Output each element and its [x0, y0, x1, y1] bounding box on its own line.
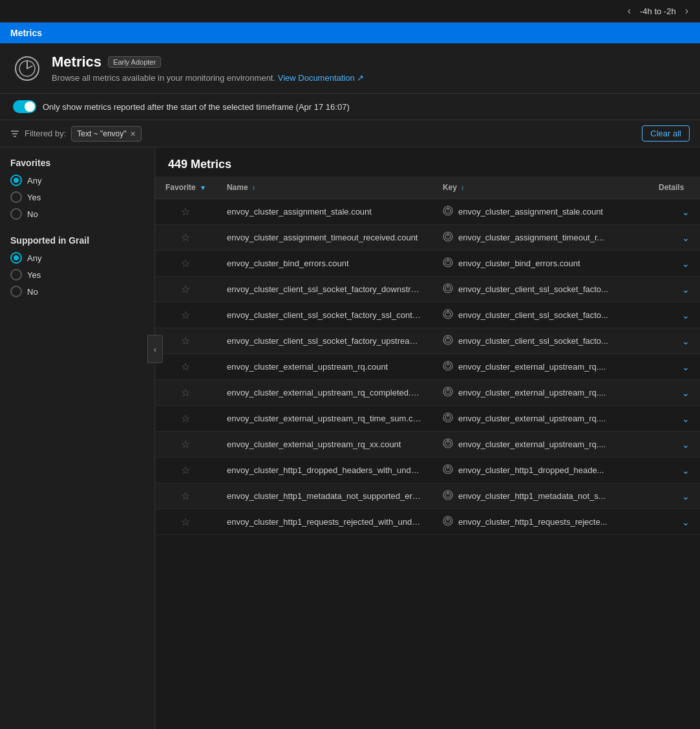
star-button[interactable]: ☆	[181, 206, 190, 217]
grail-any-radio[interactable]	[10, 252, 22, 264]
key-text: envoy_cluster_client_ssl_socket_facto...	[458, 336, 608, 346]
expand-button[interactable]: ⌄	[682, 517, 690, 527]
favorites-any-radio[interactable]	[10, 174, 22, 186]
title-bar: Metrics	[0, 23, 700, 43]
details-cell: ⌄	[648, 509, 700, 535]
details-cell: ⌄	[648, 251, 700, 277]
key-icon	[443, 206, 453, 218]
page-title: Metrics Early Adopter	[52, 54, 364, 70]
title-bar-label: Metrics	[10, 28, 42, 38]
th-key[interactable]: Key ↕	[432, 176, 648, 199]
th-favorite[interactable]: Favorite ▼	[155, 176, 217, 199]
expand-button[interactable]: ⌄	[682, 233, 690, 243]
expand-button[interactable]: ⌄	[682, 284, 690, 295]
star-button[interactable]: ☆	[181, 516, 190, 527]
favorites-section-title: Favorites	[10, 158, 144, 168]
grail-no[interactable]: No	[10, 286, 144, 297]
table-row: ☆ envoy_cluster_client_ssl_socket_factor…	[155, 302, 700, 328]
key-text: envoy_cluster_assignment_stale.count	[458, 207, 603, 217]
key-cell: envoy_cluster_client_ssl_socket_facto...	[432, 328, 648, 354]
star-button[interactable]: ☆	[181, 232, 190, 243]
key-text: envoy_cluster_external_upstream_rq....	[458, 388, 606, 397]
star-button[interactable]: ☆	[181, 413, 190, 424]
filter-chip-close[interactable]: ×	[131, 129, 136, 139]
key-cell: envoy_cluster_external_upstream_rq....	[432, 432, 648, 458]
doc-link[interactable]: View Documentation ↗	[278, 73, 365, 83]
prev-time-button[interactable]: ‹	[624, 4, 635, 18]
grail-yes-radio[interactable]	[10, 269, 22, 280]
details-cell: ⌄	[648, 302, 700, 328]
details-cell: ⌄	[648, 277, 700, 302]
grail-no-radio[interactable]	[10, 286, 22, 297]
star-button[interactable]: ☆	[181, 387, 190, 398]
key-cell: envoy_cluster_http1_metadata_not_s...	[432, 483, 648, 509]
filter-chip[interactable]: Text ~ "envoy" ×	[71, 126, 141, 142]
table-row: ☆ envoy_cluster_http1_requests_rejected_…	[155, 509, 700, 535]
favorite-cell: ☆	[155, 251, 217, 277]
clear-all-button[interactable]: Clear all	[642, 125, 690, 142]
expand-button[interactable]: ⌄	[682, 207, 690, 217]
star-button[interactable]: ☆	[181, 491, 190, 502]
star-button[interactable]: ☆	[181, 284, 190, 295]
name-cell: envoy_cluster_assignment_timeout_receive…	[217, 225, 432, 251]
key-text: envoy_cluster_assignment_timeout_r...	[458, 233, 604, 242]
favorite-cell: ☆	[155, 509, 217, 535]
favorite-cell: ☆	[155, 302, 217, 328]
expand-button[interactable]: ⌄	[682, 388, 690, 398]
details-cell: ⌄	[648, 328, 700, 354]
expand-button[interactable]: ⌄	[682, 414, 690, 424]
favorite-cell: ☆	[155, 406, 217, 432]
timeframe-toggle[interactable]	[13, 100, 36, 113]
star-button[interactable]: ☆	[181, 335, 190, 346]
name-cell: envoy_cluster_http1_requests_rejected_wi…	[217, 509, 432, 535]
table-row: ☆ envoy_cluster_http1_metadata_not_suppo…	[155, 483, 700, 509]
favorites-any[interactable]: Any	[10, 174, 144, 186]
table-row: ☆ envoy_cluster_client_ssl_socket_factor…	[155, 328, 700, 354]
time-range-label: -4h to -2h	[640, 6, 676, 16]
sidebar: Favorites Any Yes No Supported in Grail …	[0, 147, 155, 729]
expand-button[interactable]: ⌄	[682, 336, 690, 346]
filter-icon	[10, 129, 19, 138]
filter-chip-text: Text ~ "envoy"	[77, 129, 126, 138]
key-cell: envoy_cluster_assignment_stale.count	[432, 199, 648, 225]
expand-button[interactable]: ⌄	[682, 465, 690, 476]
key-icon	[443, 283, 453, 295]
grail-yes[interactable]: Yes	[10, 269, 144, 280]
name-cell: envoy_cluster_external_upstream_rq_time_…	[217, 406, 432, 432]
expand-button[interactable]: ⌄	[682, 362, 690, 372]
key-text: envoy_cluster_client_ssl_socket_facto...	[458, 310, 608, 320]
star-button[interactable]: ☆	[181, 310, 190, 321]
next-time-button[interactable]: ›	[681, 4, 692, 18]
favorites-yes[interactable]: Yes	[10, 191, 144, 203]
expand-button[interactable]: ⌄	[682, 439, 690, 450]
name-cell: envoy_cluster_external_upstream_rq_compl…	[217, 380, 432, 406]
star-button[interactable]: ☆	[181, 465, 190, 476]
sidebar-collapse-button[interactable]: ‹	[147, 335, 163, 363]
name-cell: envoy_cluster_client_ssl_socket_factory_…	[217, 328, 432, 354]
expand-button[interactable]: ⌄	[682, 310, 690, 321]
expand-button[interactable]: ⌄	[682, 491, 690, 502]
favorites-no-radio[interactable]	[10, 208, 22, 220]
key-text: envoy_cluster_http1_metadata_not_s...	[458, 491, 606, 501]
favorite-cell: ☆	[155, 225, 217, 251]
favorites-no[interactable]: No	[10, 208, 144, 220]
key-text: envoy_cluster_http1_requests_rejecte...	[458, 517, 608, 527]
toggle-label: Only show metrics reported after the sta…	[43, 102, 350, 112]
grail-any[interactable]: Any	[10, 252, 144, 264]
table-row: ☆ envoy_cluster_http1_dropped_headers_wi…	[155, 458, 700, 483]
details-cell: ⌄	[648, 225, 700, 251]
name-cell: envoy_cluster_client_ssl_socket_factory_…	[217, 277, 432, 302]
name-cell: envoy_cluster_http1_dropped_headers_with…	[217, 458, 432, 483]
table-header-row: Favorite ▼ Name ↕ Key ↕ Details	[155, 176, 700, 199]
expand-button[interactable]: ⌄	[682, 259, 690, 269]
th-name[interactable]: Name ↕	[217, 176, 432, 199]
favorites-yes-radio[interactable]	[10, 191, 22, 203]
header-text: Metrics Early Adopter Browse all metrics…	[52, 54, 364, 83]
grail-radio-group: Any Yes No	[10, 252, 144, 297]
star-button[interactable]: ☆	[181, 361, 190, 372]
details-cell: ⌄	[648, 432, 700, 458]
star-button[interactable]: ☆	[181, 258, 190, 269]
name-cell: envoy_cluster_external_upstream_rq_xx.co…	[217, 432, 432, 458]
star-button[interactable]: ☆	[181, 439, 190, 450]
favorites-any-label: Any	[27, 176, 41, 185]
